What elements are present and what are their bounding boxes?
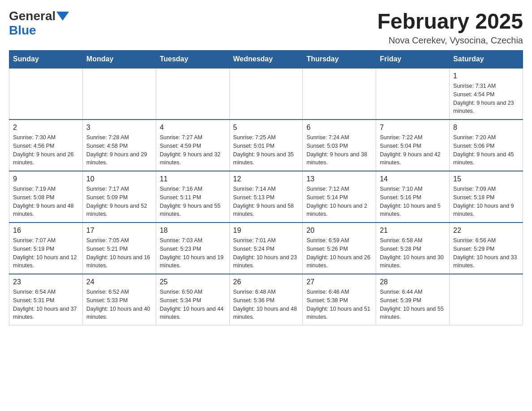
calendar-cell: 8Sunrise: 7:20 AMSunset: 5:06 PMDaylight… [450, 120, 523, 171]
day-number: 16 [13, 227, 79, 235]
calendar-cell: 13Sunrise: 7:12 AMSunset: 5:14 PMDayligh… [303, 171, 376, 223]
calendar-cell: 19Sunrise: 7:01 AMSunset: 5:24 PMDayligh… [229, 223, 303, 274]
day-number: 22 [453, 227, 519, 235]
calendar-week-row: 1Sunrise: 7:31 AMSunset: 4:54 PMDaylight… [9, 68, 523, 120]
day-number: 27 [306, 278, 372, 286]
weekday-header-tuesday: Tuesday [156, 51, 229, 68]
day-number: 25 [160, 278, 226, 286]
calendar-cell: 6Sunrise: 7:24 AMSunset: 5:03 PMDaylight… [303, 120, 376, 171]
day-number: 9 [13, 175, 79, 183]
day-info: Sunrise: 7:24 AMSunset: 5:03 PMDaylight:… [306, 133, 372, 167]
day-number: 6 [306, 124, 372, 132]
calendar-cell [82, 68, 156, 120]
calendar-header-row: SundayMondayTuesdayWednesdayThursdayFrid… [9, 51, 523, 68]
day-info: Sunrise: 7:25 AMSunset: 5:01 PMDaylight:… [233, 133, 299, 167]
calendar-cell: 21Sunrise: 6:58 AMSunset: 5:28 PMDayligh… [376, 223, 450, 274]
svg-marker-0 [56, 12, 69, 21]
day-number: 19 [233, 227, 299, 235]
day-number: 21 [380, 227, 446, 235]
day-number: 23 [13, 278, 79, 286]
logo-blue: Blue [9, 23, 36, 37]
day-info: Sunrise: 6:50 AMSunset: 5:34 PMDaylight:… [160, 288, 226, 321]
calendar-cell: 16Sunrise: 7:07 AMSunset: 5:19 PMDayligh… [9, 223, 83, 274]
calendar-week-row: 23Sunrise: 6:54 AMSunset: 5:31 PMDayligh… [9, 274, 523, 325]
calendar-cell [303, 68, 376, 120]
day-info: Sunrise: 7:16 AMSunset: 5:11 PMDaylight:… [160, 185, 226, 218]
calendar-cell: 5Sunrise: 7:25 AMSunset: 5:01 PMDaylight… [229, 120, 303, 171]
day-number: 14 [380, 175, 446, 183]
calendar-cell: 25Sunrise: 6:50 AMSunset: 5:34 PMDayligh… [156, 274, 229, 325]
calendar-cell: 27Sunrise: 6:46 AMSunset: 5:38 PMDayligh… [303, 274, 376, 325]
calendar-table: SundayMondayTuesdayWednesdayThursdayFrid… [9, 50, 523, 325]
day-info: Sunrise: 6:48 AMSunset: 5:36 PMDaylight:… [233, 288, 299, 321]
day-number: 3 [86, 124, 152, 132]
weekday-header-saturday: Saturday [450, 51, 523, 68]
calendar-cell [376, 68, 450, 120]
day-number: 8 [453, 124, 519, 132]
calendar-cell [9, 68, 83, 120]
weekday-header-monday: Monday [82, 51, 156, 68]
day-number: 10 [86, 175, 152, 183]
day-number: 24 [86, 278, 152, 286]
calendar-cell: 7Sunrise: 7:22 AMSunset: 5:04 PMDaylight… [376, 120, 450, 171]
day-info: Sunrise: 7:14 AMSunset: 5:13 PMDaylight:… [233, 185, 299, 218]
calendar-cell: 20Sunrise: 6:59 AMSunset: 5:26 PMDayligh… [303, 223, 376, 274]
calendar-cell: 22Sunrise: 6:56 AMSunset: 5:29 PMDayligh… [450, 223, 523, 274]
logo-triangle-icon [56, 12, 69, 21]
day-number: 5 [233, 124, 299, 132]
month-title: February 2025 [377, 9, 523, 34]
calendar-week-row: 9Sunrise: 7:19 AMSunset: 5:08 PMDaylight… [9, 171, 523, 223]
logo-general: General [9, 9, 56, 23]
day-info: Sunrise: 6:54 AMSunset: 5:31 PMDaylight:… [13, 288, 79, 321]
day-number: 11 [160, 175, 226, 183]
calendar-cell: 12Sunrise: 7:14 AMSunset: 5:13 PMDayligh… [229, 171, 303, 223]
day-info: Sunrise: 7:20 AMSunset: 5:06 PMDaylight:… [453, 133, 519, 167]
weekday-header-wednesday: Wednesday [229, 51, 303, 68]
day-number: 7 [380, 124, 446, 132]
calendar-cell: 26Sunrise: 6:48 AMSunset: 5:36 PMDayligh… [229, 274, 303, 325]
calendar-week-row: 16Sunrise: 7:07 AMSunset: 5:19 PMDayligh… [9, 223, 523, 274]
day-info: Sunrise: 7:05 AMSunset: 5:21 PMDaylight:… [86, 236, 152, 270]
day-info: Sunrise: 6:46 AMSunset: 5:38 PMDaylight:… [306, 288, 372, 321]
day-number: 13 [306, 175, 372, 183]
calendar-cell: 28Sunrise: 6:44 AMSunset: 5:39 PMDayligh… [376, 274, 450, 325]
title-area: February 2025 Nova Cerekev, Vysocina, Cz… [377, 9, 523, 46]
calendar-cell [450, 274, 523, 325]
day-info: Sunrise: 7:03 AMSunset: 5:23 PMDaylight:… [160, 236, 226, 270]
calendar-cell: 1Sunrise: 7:31 AMSunset: 4:54 PMDaylight… [450, 68, 523, 120]
day-number: 12 [233, 175, 299, 183]
calendar-cell [156, 68, 229, 120]
calendar-cell: 10Sunrise: 7:17 AMSunset: 5:09 PMDayligh… [82, 171, 156, 223]
day-info: Sunrise: 6:44 AMSunset: 5:39 PMDaylight:… [380, 288, 446, 321]
day-number: 28 [380, 278, 446, 286]
calendar-cell: 23Sunrise: 6:54 AMSunset: 5:31 PMDayligh… [9, 274, 83, 325]
day-info: Sunrise: 7:10 AMSunset: 5:16 PMDaylight:… [380, 185, 446, 218]
day-info: Sunrise: 6:52 AMSunset: 5:33 PMDaylight:… [86, 288, 152, 321]
calendar-cell: 11Sunrise: 7:16 AMSunset: 5:11 PMDayligh… [156, 171, 229, 223]
day-number: 18 [160, 227, 226, 235]
calendar-cell: 3Sunrise: 7:28 AMSunset: 4:58 PMDaylight… [82, 120, 156, 171]
day-number: 4 [160, 124, 226, 132]
day-number: 15 [453, 175, 519, 183]
day-number: 17 [86, 227, 152, 235]
day-number: 26 [233, 278, 299, 286]
day-number: 20 [306, 227, 372, 235]
day-info: Sunrise: 7:01 AMSunset: 5:24 PMDaylight:… [233, 236, 299, 270]
calendar-week-row: 2Sunrise: 7:30 AMSunset: 4:56 PMDaylight… [9, 120, 523, 171]
calendar-cell: 2Sunrise: 7:30 AMSunset: 4:56 PMDaylight… [9, 120, 83, 171]
calendar-cell: 18Sunrise: 7:03 AMSunset: 5:23 PMDayligh… [156, 223, 229, 274]
location: Nova Cerekev, Vysocina, Czechia [377, 35, 523, 46]
calendar-cell: 15Sunrise: 7:09 AMSunset: 5:18 PMDayligh… [450, 171, 523, 223]
day-info: Sunrise: 7:28 AMSunset: 4:58 PMDaylight:… [86, 133, 152, 167]
page-header: General Blue February 2025 Nova Cerekev,… [9, 9, 523, 46]
day-info: Sunrise: 7:30 AMSunset: 4:56 PMDaylight:… [13, 133, 79, 167]
calendar-cell: 14Sunrise: 7:10 AMSunset: 5:16 PMDayligh… [376, 171, 450, 223]
day-info: Sunrise: 6:59 AMSunset: 5:26 PMDaylight:… [306, 236, 372, 270]
day-info: Sunrise: 7:12 AMSunset: 5:14 PMDaylight:… [306, 185, 372, 218]
day-info: Sunrise: 7:07 AMSunset: 5:19 PMDaylight:… [13, 236, 79, 270]
day-info: Sunrise: 7:09 AMSunset: 5:18 PMDaylight:… [453, 185, 519, 218]
calendar-cell: 24Sunrise: 6:52 AMSunset: 5:33 PMDayligh… [82, 274, 156, 325]
logo: General Blue [9, 9, 69, 38]
day-info: Sunrise: 7:22 AMSunset: 5:04 PMDaylight:… [380, 133, 446, 167]
calendar-cell: 9Sunrise: 7:19 AMSunset: 5:08 PMDaylight… [9, 171, 83, 223]
